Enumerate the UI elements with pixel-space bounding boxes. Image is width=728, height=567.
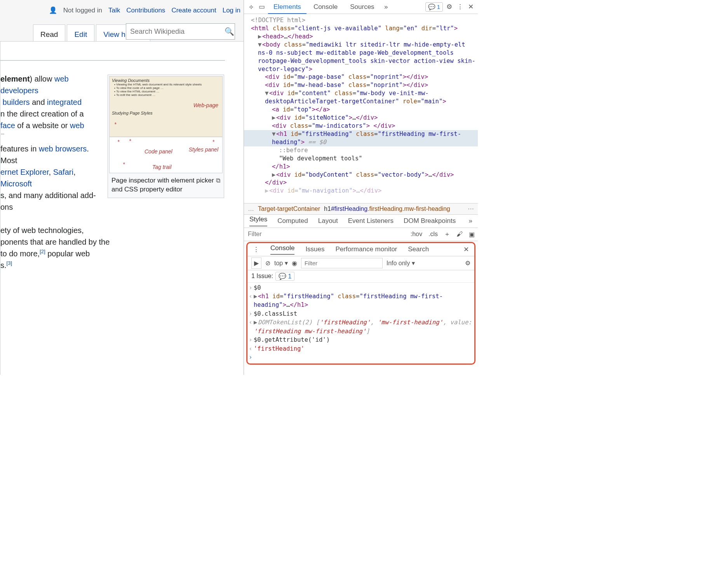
gear-icon[interactable]: ⚙	[444, 3, 454, 11]
live-expression-icon[interactable]: ◉	[292, 259, 297, 267]
console-drawer: ⋮ Console Issues Performance monitor Sea…	[246, 242, 475, 365]
drawer-kebab-icon[interactable]: ⋮	[253, 245, 260, 254]
thumb-label-codepanel: Code panel	[145, 148, 172, 155]
devtools-tabbar: ⟡ ▭ Elements Console Sources » 💬 1 ⚙ ⋮ ✕	[244, 0, 478, 14]
styles-tab-styles[interactable]: Styles	[249, 216, 267, 226]
tab-sources[interactable]: Sources	[345, 0, 380, 14]
thumb-label-webpage: Web-page	[193, 102, 218, 108]
footnote-2[interactable]: [2]	[40, 249, 45, 254]
console-filter-input[interactable]	[301, 258, 383, 268]
crumb-ellipsis[interactable]: …	[248, 205, 254, 212]
dom-text[interactable]: "Web development tools"	[244, 155, 478, 163]
issue-strip[interactable]: 1 Issue: 💬 1	[247, 270, 474, 283]
close-icon[interactable]: ✕	[466, 3, 475, 11]
thumb-label-stylespanel: Styles panel	[189, 146, 218, 153]
console-output-line: ▶DOMTokenList(2) ['firstHeading', 'mw-fi…	[254, 318, 474, 336]
dom-pseudo[interactable]: ::before	[244, 146, 478, 155]
tab-console[interactable]: Console	[308, 0, 343, 14]
console-output[interactable]: ›$0 ‹▶<h1 id="firstHeading" class="first…	[247, 283, 474, 364]
search-icon[interactable]: 🔍	[224, 27, 235, 36]
styles-tab-layout[interactable]: Layout	[318, 217, 338, 225]
log-level-select[interactable]: Info only ▾	[387, 259, 415, 267]
drawer-tab-issues[interactable]: Issues	[305, 245, 324, 253]
sidebar-toggle-icon[interactable]: ▶	[251, 257, 261, 269]
dom-tree[interactable]: <!DOCTYPE html> <html class="client-js v…	[244, 14, 478, 203]
clear-console-icon[interactable]: ⊘	[265, 259, 270, 267]
console-input: $0	[254, 284, 474, 292]
link-integrated[interactable]: integrated	[47, 98, 82, 106]
cls-button[interactable]: .cls	[425, 231, 441, 238]
talk-link[interactable]: Talk	[108, 7, 120, 14]
search-box[interactable]: 🔍	[126, 23, 235, 40]
crumb-selected[interactable]: h1#firstHeading.firstHeading.mw-first-he…	[324, 205, 450, 212]
drawer-tab-console[interactable]: Console	[270, 244, 294, 255]
styles-tab-computed[interactable]: Computed	[277, 217, 308, 225]
link-web[interactable]: web	[70, 121, 84, 130]
dom-breadcrumb[interactable]: … Target-targetContainer h1#firstHeading…	[244, 203, 478, 215]
dom-node-selected[interactable]: ⋯ ▼<h1 id="firstHeading" class="firstHea…	[244, 130, 478, 146]
console-output-line: 'firstHeading'	[254, 344, 474, 353]
styles-tabbar: Styles Computed Layout Event Listeners D…	[244, 215, 478, 228]
link-safari[interactable]: Safari	[53, 168, 73, 176]
devtools: ⟡ ▭ Elements Console Sources » 💬 1 ⚙ ⋮ ✕…	[244, 0, 478, 375]
login-link[interactable]: Log in	[223, 7, 240, 14]
dom-node[interactable]: </h1>	[244, 163, 478, 171]
link-face[interactable]: face	[0, 121, 15, 130]
drawer-tab-search[interactable]: Search	[408, 245, 429, 253]
inspect-icon[interactable]: ⟡	[246, 3, 256, 11]
hov-button[interactable]: :hov	[408, 231, 425, 238]
footnote-3[interactable]: [3]	[7, 260, 12, 266]
device-toggle-icon[interactable]: ▭	[257, 3, 266, 11]
thumb-header: Viewing Documents	[110, 77, 222, 83]
toggle-computed-icon[interactable]: ▣	[466, 231, 478, 238]
link-web-browsers[interactable]: web browsers	[39, 144, 87, 153]
link-builders[interactable]: builders	[3, 98, 30, 106]
article-body: Viewing Documents • Viewing the HTML web…	[0, 41, 244, 375]
contributions-link[interactable]: Contributions	[126, 7, 165, 14]
drawer-tab-perfmon[interactable]: Performance monitor	[336, 245, 397, 253]
console-settings-icon[interactable]: ⚙	[465, 259, 470, 267]
thumbnail-caption: ⧉ Page inspector with element picker and…	[109, 173, 223, 197]
article-paragraph: ety of web technologies, ponents that ar…	[0, 224, 236, 271]
styles-tab-dombreakpoints[interactable]: DOM Breakpoints	[404, 217, 456, 225]
drawer-tabbar: ⋮ Console Issues Performance monitor Sea…	[247, 243, 474, 256]
issues-badge[interactable]: 💬 1	[425, 2, 443, 12]
console-input: $0.getAttribute('id')	[254, 336, 474, 344]
new-style-rule-icon[interactable]: ＋	[441, 230, 453, 238]
styles-tab-eventlisteners[interactable]: Event Listeners	[348, 217, 394, 225]
thumb-label-tagtrail: Tag trail	[152, 164, 171, 170]
crumb-container[interactable]: Target-targetContainer	[258, 205, 320, 212]
search-input[interactable]	[126, 28, 224, 36]
thumb-subheader: Studying Page Styles	[110, 109, 222, 115]
styles-filter-input[interactable]	[244, 231, 361, 238]
link-microsoft[interactable]: Microsoft	[0, 179, 32, 188]
more-style-tabs-icon[interactable]: »	[469, 217, 472, 225]
thumbnail: Viewing Documents • Viewing the HTML web…	[108, 75, 224, 198]
thumbnail-image[interactable]: Viewing Documents • Viewing the HTML web…	[109, 76, 223, 173]
styles-filter-row: :hov .cls ＋ 🖌 ▣	[244, 228, 478, 241]
drawer-close-icon[interactable]: ✕	[463, 245, 469, 254]
create-account-link[interactable]: Create account	[171, 7, 216, 14]
enlarge-icon[interactable]: ⧉	[216, 176, 220, 185]
paint-icon[interactable]: 🖌	[453, 231, 466, 238]
link-ie[interactable]: ernet Explorer	[0, 168, 49, 176]
kebab-icon[interactable]: ⋮	[455, 3, 465, 11]
user-icon: 👤	[49, 6, 57, 14]
context-select[interactable]: top ▾	[274, 259, 288, 267]
console-output-line: ▶<h1 id="firstHeading" class="firstHeadi…	[254, 292, 474, 310]
tab-elements[interactable]: Elements	[268, 0, 307, 14]
console-toolbar: ▶ ⊘ top ▾ ◉ Info only ▾ ⚙	[247, 256, 474, 270]
user-links: 👤 Not logged in Talk Contributions Creat…	[49, 6, 240, 14]
not-logged-in: Not logged in	[63, 7, 102, 14]
wikipedia-page: 👤 Not logged in Talk Contributions Creat…	[0, 0, 244, 375]
console-input: $0.classList	[254, 310, 474, 318]
dom-node[interactable]: <!DOCTYPE html>	[244, 16, 478, 24]
more-tabs-icon[interactable]: »	[381, 3, 391, 11]
